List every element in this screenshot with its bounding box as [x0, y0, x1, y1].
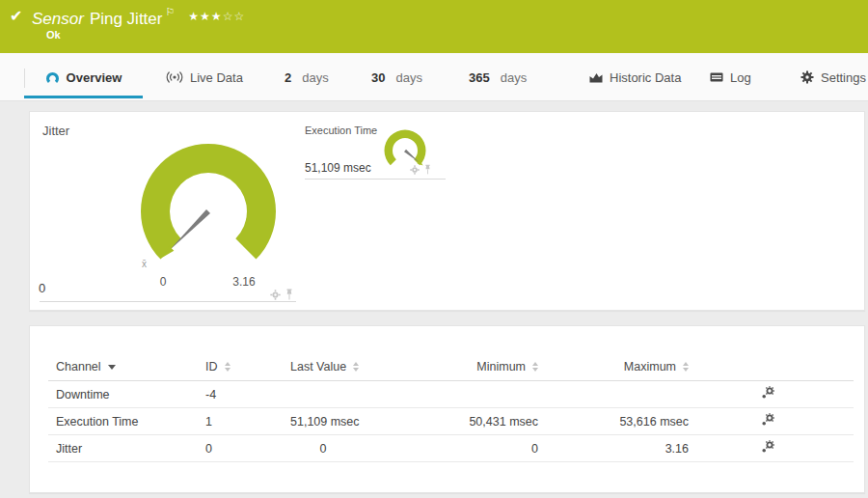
- channel-settings-icon[interactable]: [761, 386, 774, 400]
- tab-label: Historic Data: [610, 70, 681, 85]
- pin-gauge-icon[interactable]: [424, 164, 431, 175]
- log-table-icon: [710, 72, 723, 82]
- tab-label: days: [501, 70, 527, 85]
- tab-live-data[interactable]: Live Data: [166, 53, 243, 101]
- flag-icon[interactable]: ⚐: [165, 6, 175, 17]
- sort-desc-icon: [108, 365, 116, 370]
- last-value-cell: 0: [290, 442, 356, 456]
- sort-toggle-icon: [225, 362, 231, 372]
- gauge-settings-gear-icon[interactable]: [270, 290, 281, 300]
- channels-table: Channel ID Last Value Minimum Maximum: [48, 353, 854, 462]
- tab-label: Log: [730, 70, 751, 85]
- tab-label: Live Data: [190, 70, 243, 85]
- pin-gauge-icon[interactable]: [285, 289, 293, 300]
- tab-number: 2: [285, 70, 291, 85]
- execution-time-last-value: 51,109 msec: [305, 161, 371, 175]
- channel-id-cell: -4: [205, 388, 290, 401]
- table-row-execution-time: Execution Time 1 51,109 msec 50,431 msec…: [48, 408, 854, 435]
- minimum-cell: 0: [356, 442, 538, 456]
- column-header-last-value[interactable]: Last Value: [290, 360, 356, 374]
- tab-label: Settings: [821, 70, 866, 85]
- maximum-cell: 53,616 msec: [538, 415, 689, 429]
- last-value-cell: 51,109 msec: [290, 415, 356, 429]
- table-row-downtime: Downtime -4: [48, 381, 854, 408]
- jitter-last-value: 0: [39, 281, 45, 295]
- stars-filled: ★★★: [188, 10, 222, 23]
- column-label: Minimum: [476, 360, 526, 374]
- channels-panel: Channel ID Last Value Minimum Maximum: [29, 325, 865, 493]
- sensor-header: ✔ SensorPing Jitter⚐★★★☆☆ Ok: [0, 0, 868, 53]
- maximum-cell: 3.16: [538, 442, 689, 456]
- jitter-gauge-title: Jitter: [42, 124, 69, 138]
- gauge-settings-gear-icon[interactable]: [410, 165, 420, 175]
- tab-label: Overview: [67, 70, 122, 85]
- channel-name-cell: Downtime: [56, 388, 205, 401]
- gauge-max-label: 3.16: [232, 275, 256, 289]
- channel-id-cell: 0: [205, 442, 290, 456]
- sensor-title-line: SensorPing Jitter⚐★★★☆☆: [32, 6, 245, 29]
- tab-overview[interactable]: Overview: [24, 53, 143, 101]
- broadcast-icon: [166, 71, 183, 83]
- tab-number: 30: [371, 70, 385, 85]
- tab-label: days: [395, 70, 421, 85]
- channel-name-cell: Execution Time: [56, 415, 205, 429]
- stars-empty: ☆☆: [223, 10, 246, 23]
- jitter-gauge: x̄ 0 3.16: [112, 115, 305, 308]
- tab-log[interactable]: Log: [710, 53, 751, 101]
- column-header-maximum[interactable]: Maximum: [538, 360, 689, 374]
- gauge-min-label: 0: [160, 275, 167, 289]
- tab-365-days[interactable]: 365 days: [469, 53, 527, 101]
- tab-settings[interactable]: Settings: [800, 53, 866, 101]
- channel-settings-icon[interactable]: [761, 413, 774, 427]
- gauges-panel: Jitter x̄ 0 3.16 0 Execution Time: [29, 111, 865, 311]
- status-badge: Ok: [46, 29, 61, 41]
- sensor-kind-label: Sensor: [32, 10, 84, 28]
- area-chart-icon: [589, 72, 603, 83]
- column-header-channel[interactable]: Channel: [56, 360, 205, 374]
- tab-label: days: [302, 70, 328, 85]
- channel-id-cell: 1: [205, 415, 290, 429]
- page-title: Ping Jitter: [90, 10, 163, 28]
- execution-time-gauge-title: Execution Time: [305, 124, 377, 136]
- tab-historic-data[interactable]: Historic Data: [589, 53, 681, 101]
- priority-stars[interactable]: ★★★☆☆: [188, 10, 245, 23]
- column-header-id[interactable]: ID: [205, 360, 290, 374]
- sort-toggle-icon: [683, 362, 689, 372]
- table-header-row: Channel ID Last Value Minimum Maximum: [48, 353, 854, 381]
- column-label: Maximum: [624, 360, 676, 374]
- gauge-needle: [170, 209, 210, 250]
- sensor-tabbar: Overview Live Data 2 days 30 days 365 da…: [0, 53, 868, 101]
- gauge-icon: [45, 71, 60, 84]
- mean-marker: x̄: [142, 259, 147, 269]
- tab-number: 365: [469, 70, 490, 85]
- tab-2-days[interactable]: 2 days: [285, 53, 329, 101]
- column-header-minimum[interactable]: Minimum: [356, 360, 538, 374]
- table-row-jitter: Jitter 0 0 0 3.16: [48, 435, 854, 462]
- minimum-cell: 50,431 msec: [356, 415, 538, 429]
- channel-name-cell: Jitter: [56, 442, 205, 456]
- column-label: Channel: [56, 360, 101, 374]
- channel-settings-icon[interactable]: [761, 440, 774, 454]
- column-label: ID: [205, 360, 218, 374]
- status-ok-check-icon: ✔: [10, 7, 22, 25]
- jitter-panel-divider: [40, 301, 296, 302]
- tab-30-days[interactable]: 30 days: [371, 53, 422, 101]
- execution-time-panel-divider: [305, 179, 446, 180]
- gear-icon: [800, 70, 814, 84]
- column-label: Last Value: [290, 360, 346, 374]
